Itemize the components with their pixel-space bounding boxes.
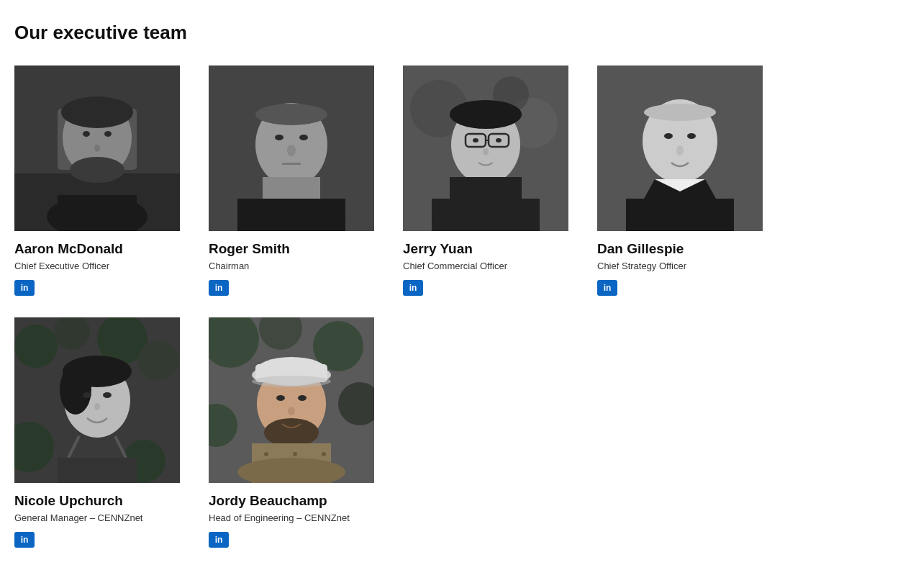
member-name-dan: Dan Gillespie [597, 241, 763, 257]
svg-point-56 [60, 364, 91, 415]
member-photo-jordy [209, 317, 374, 483]
svg-rect-10 [58, 195, 137, 231]
svg-point-5 [70, 157, 124, 183]
svg-point-77 [288, 407, 295, 415]
member-title-nicole: General Manager – CENNZnet [14, 512, 180, 525]
svg-point-75 [276, 395, 285, 401]
svg-point-32 [496, 138, 502, 143]
svg-rect-19 [263, 177, 320, 199]
svg-point-79 [264, 452, 268, 456]
team-grid: Aaron McDonald Chief Executive Officer i… [14, 65, 889, 548]
svg-point-48 [14, 325, 58, 368]
team-member-dan: Dan Gillespie Chief Strategy Officer in [597, 65, 763, 296]
svg-point-41 [664, 133, 673, 139]
page-title: Our executive team [14, 22, 889, 44]
member-name-jerry: Jerry Yuan [403, 241, 568, 257]
member-title-roger: Chairman [209, 260, 374, 273]
svg-point-76 [298, 395, 307, 401]
svg-rect-18 [282, 163, 301, 165]
linkedin-icon-aaron: in [21, 284, 29, 292]
svg-point-8 [94, 145, 100, 152]
team-member-nicole: Nicole Upchurch General Manager – CENNZn… [14, 317, 180, 548]
member-photo-jerry [403, 65, 568, 231]
svg-point-16 [299, 135, 308, 140]
svg-rect-46 [626, 199, 734, 231]
svg-point-83 [322, 452, 326, 456]
linkedin-icon-jordy: in [215, 535, 223, 544]
svg-point-31 [473, 138, 478, 143]
linkedin-icon-roger: in [215, 284, 223, 292]
member-photo-dan [597, 65, 763, 231]
svg-point-4 [61, 96, 133, 128]
svg-point-73 [252, 376, 331, 387]
svg-point-58 [103, 392, 112, 398]
member-name-roger: Roger Smith [209, 241, 374, 257]
linkedin-link-jordy[interactable]: in [209, 532, 229, 548]
team-member-jordy: Jordy Beauchamp Head of Engineering – CE… [209, 317, 374, 548]
linkedin-link-nicole[interactable]: in [14, 532, 35, 548]
linkedin-link-roger[interactable]: in [209, 280, 229, 296]
member-photo-nicole [14, 317, 180, 483]
svg-point-14 [255, 104, 327, 125]
linkedin-link-dan[interactable]: in [597, 280, 617, 296]
svg-point-6 [83, 131, 90, 137]
member-title-aaron: Chief Executive Officer [14, 260, 180, 273]
svg-point-40 [644, 104, 716, 121]
linkedin-icon-nicole: in [21, 535, 29, 544]
svg-point-17 [287, 145, 296, 156]
svg-rect-62 [58, 458, 137, 483]
member-title-dan: Chief Strategy Officer [597, 260, 763, 273]
svg-point-51 [138, 340, 178, 381]
team-member-roger: Roger Smith Chairman in [209, 65, 374, 296]
member-photo-aaron [14, 65, 180, 231]
linkedin-link-aaron[interactable]: in [14, 280, 35, 296]
member-name-aaron: Aaron McDonald [14, 241, 180, 257]
svg-point-74 [264, 418, 319, 447]
member-title-jerry: Chief Commercial Officer [403, 260, 568, 273]
member-name-jordy: Jordy Beauchamp [209, 493, 374, 509]
svg-point-7 [104, 131, 112, 137]
svg-point-27 [450, 100, 522, 129]
svg-point-42 [687, 133, 696, 139]
member-title-jordy: Head of Engineering – CENNZnet [209, 512, 374, 525]
team-member-jerry: Jerry Yuan Chief Commercial Officer in [403, 65, 568, 296]
svg-point-15 [275, 135, 283, 140]
svg-point-59 [94, 403, 100, 410]
linkedin-link-jerry[interactable]: in [403, 280, 423, 296]
member-photo-roger [209, 65, 374, 231]
team-member-aaron: Aaron McDonald Chief Executive Officer i… [14, 65, 180, 296]
svg-point-57 [83, 392, 91, 398]
svg-point-81 [293, 452, 297, 456]
svg-rect-34 [450, 177, 522, 199]
linkedin-icon-jerry: in [409, 284, 417, 292]
svg-point-43 [676, 145, 684, 155]
member-name-nicole: Nicole Upchurch [14, 493, 180, 509]
svg-point-33 [483, 148, 489, 155]
linkedin-icon-dan: in [604, 284, 612, 292]
